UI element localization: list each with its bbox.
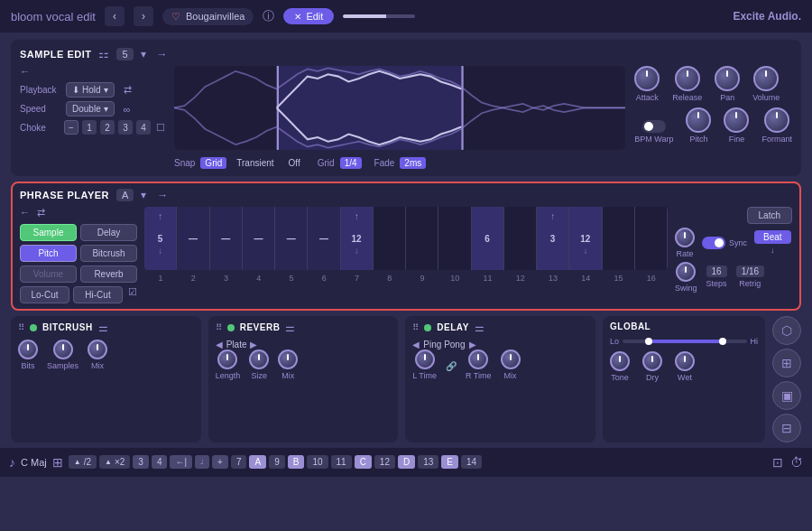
- key-10[interactable]: 10: [307, 455, 328, 469]
- key-D[interactable]: D: [398, 455, 415, 469]
- fine-knob[interactable]: [724, 107, 749, 133]
- release-knob[interactable]: [675, 66, 700, 91]
- snap-grid-button[interactable]: Grid: [200, 157, 226, 169]
- grid-col-2[interactable]: —: [177, 207, 209, 270]
- delay-preset-prev[interactable]: ◀: [412, 340, 420, 349]
- chevron-down-icon[interactable]: ▾: [141, 48, 146, 61]
- key-14[interactable]: 14: [461, 455, 482, 469]
- pitch-knob[interactable]: [686, 107, 711, 133]
- pitch-button[interactable]: Pitch: [20, 245, 77, 262]
- grid-col-14[interactable]: 12 ↓: [569, 207, 602, 270]
- volume-button[interactable]: Volume: [20, 266, 77, 283]
- key-x2[interactable]: ▲×2: [99, 455, 130, 469]
- beat-button[interactable]: Beat: [754, 230, 791, 244]
- key-5[interactable]: ♩: [195, 455, 209, 469]
- lo-hi-slider[interactable]: Lo Hi: [610, 337, 758, 346]
- locut-button[interactable]: Lo-Cut: [20, 286, 69, 303]
- choke-3[interactable]: 3: [118, 120, 133, 135]
- key-div2[interactable]: ▲/2: [69, 455, 97, 469]
- attack-knob[interactable]: [634, 66, 660, 91]
- icon-3d-bottom[interactable]: ▣: [772, 381, 801, 410]
- key-C[interactable]: C: [355, 455, 372, 469]
- wet-knob[interactable]: [675, 351, 695, 371]
- grid-col-3[interactable]: —: [210, 207, 243, 270]
- grid-value[interactable]: 1/4: [340, 157, 362, 169]
- size-knob[interactable]: [249, 349, 269, 369]
- key-A[interactable]: A: [249, 455, 266, 469]
- samples-knob[interactable]: [53, 340, 73, 359]
- key-3[interactable]: 3: [133, 455, 149, 469]
- grid-col-9[interactable]: [406, 207, 438, 270]
- slider-dot-left[interactable]: [645, 338, 652, 345]
- key-back[interactable]: ←|: [170, 455, 192, 469]
- snap-transient-button[interactable]: Transient: [232, 157, 278, 169]
- phrase-chevron-icon[interactable]: ▾: [141, 189, 146, 201]
- icon-3d-top[interactable]: ⬡: [772, 316, 801, 345]
- grid-col-10[interactable]: [438, 207, 471, 270]
- bitcrush-button[interactable]: Bitcrush: [80, 245, 137, 262]
- choke-minus-button[interactable]: −: [64, 120, 78, 135]
- reverb-button[interactable]: Reverb: [80, 266, 137, 283]
- fade-value[interactable]: 2ms: [400, 157, 426, 169]
- formant-knob[interactable]: [764, 107, 789, 133]
- steps-value[interactable]: 16: [706, 266, 727, 277]
- reverb-preset-next[interactable]: ▶: [250, 340, 257, 349]
- lo-hi-track[interactable]: [623, 340, 746, 343]
- key-11[interactable]: 11: [331, 455, 352, 469]
- sample-button[interactable]: Sample: [20, 224, 77, 241]
- key-7[interactable]: 7: [231, 455, 247, 469]
- reverb-status-dot[interactable]: [227, 324, 235, 331]
- count-badge[interactable]: 5: [116, 48, 133, 61]
- choke-4[interactable]: 4: [136, 120, 151, 135]
- retrig-value[interactable]: 1/16: [736, 266, 764, 277]
- speed-select[interactable]: Double ▾: [66, 101, 115, 116]
- save-icon[interactable]: ⊡: [772, 455, 783, 470]
- delay-button[interactable]: Delay: [80, 224, 137, 241]
- volume-knob[interactable]: [753, 66, 779, 91]
- slider-dot-right[interactable]: [719, 338, 726, 345]
- phrase-grid[interactable]: ↑ 5 ↓ — — —: [144, 207, 668, 270]
- key-9[interactable]: 9: [269, 455, 285, 469]
- pan-knob[interactable]: [715, 66, 740, 91]
- tone-knob[interactable]: [610, 351, 630, 371]
- grid-col-5[interactable]: —: [275, 207, 308, 270]
- grid-col-16[interactable]: [635, 207, 668, 270]
- rate-knob[interactable]: [675, 228, 695, 247]
- bpm-warp-toggle[interactable]: [642, 120, 666, 133]
- nav-forward-button[interactable]: ›: [134, 6, 153, 26]
- grid-col-7[interactable]: ↑ 12 ↓: [341, 207, 374, 270]
- key-E[interactable]: E: [441, 455, 458, 469]
- dry-knob[interactable]: [642, 351, 662, 371]
- grid-col-12[interactable]: [504, 207, 537, 270]
- choke-1[interactable]: 1: [82, 120, 97, 135]
- delay-status-dot[interactable]: [424, 324, 431, 331]
- length-knob[interactable]: [217, 349, 237, 369]
- grid-col-4[interactable]: —: [243, 207, 275, 270]
- rtime-knob[interactable]: [468, 349, 488, 369]
- reverb-mix-knob[interactable]: [278, 349, 298, 369]
- volume-slider[interactable]: [343, 14, 415, 18]
- grid-col-8[interactable]: [374, 207, 406, 270]
- hicut-button[interactable]: Hi-Cut: [73, 286, 123, 303]
- ltime-knob[interactable]: [415, 349, 435, 369]
- delay-mix-knob[interactable]: [501, 349, 521, 369]
- grid-col-6[interactable]: —: [308, 207, 340, 270]
- bits-knob[interactable]: [18, 340, 38, 359]
- key-12[interactable]: 12: [374, 455, 395, 469]
- grid-col-1[interactable]: ↑ 5 ↓: [144, 207, 177, 270]
- sync-toggle[interactable]: [702, 237, 725, 249]
- choke-2[interactable]: 2: [100, 120, 115, 135]
- key-plus[interactable]: +: [212, 455, 228, 469]
- snap-off-button[interactable]: Off: [284, 157, 305, 169]
- grid-col-11[interactable]: 6: [472, 207, 504, 270]
- playback-select[interactable]: ⬇ Hold ▾: [66, 82, 115, 98]
- key-13[interactable]: 13: [418, 455, 438, 469]
- bitcrush-mix-knob[interactable]: [88, 340, 107, 359]
- nav-back-button[interactable]: ‹: [105, 6, 125, 26]
- edit-button[interactable]: ✕ Edit: [283, 8, 334, 24]
- latch-button[interactable]: Latch: [747, 207, 792, 224]
- waveform-display[interactable]: [174, 66, 625, 150]
- reverb-preset-prev[interactable]: ◀: [216, 340, 223, 349]
- phrase-preset-badge[interactable]: A: [116, 189, 134, 201]
- delay-preset-next[interactable]: ▶: [469, 340, 476, 349]
